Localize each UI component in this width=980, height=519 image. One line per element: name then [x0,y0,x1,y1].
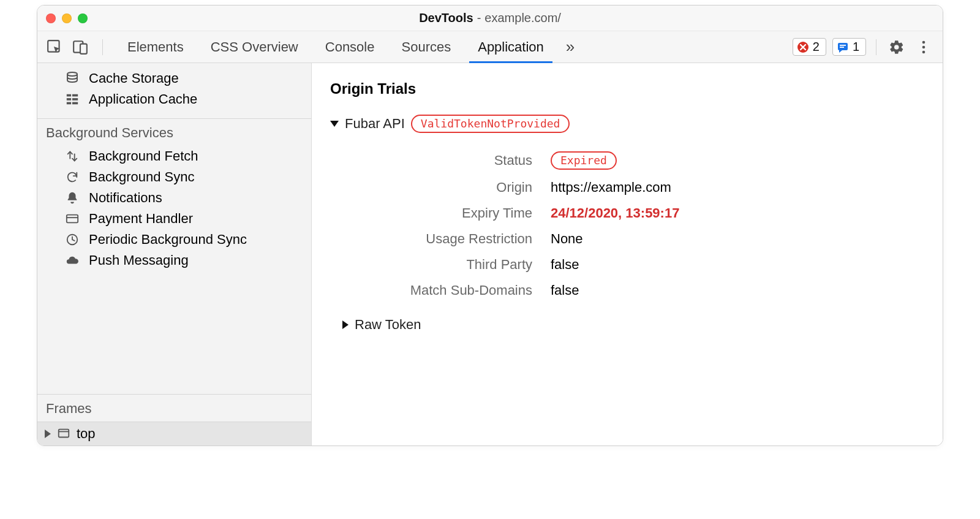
toolbar-separator [876,39,876,55]
sidebar-item-notifications[interactable]: Notifications [37,188,311,208]
third-party-label: Third Party [355,257,551,273]
sidebar-item-push-messaging[interactable]: Push Messaging [37,250,311,271]
window-close-button[interactable] [46,13,56,23]
toolbar-left [42,31,109,63]
chevron-double-right-icon: » [566,37,575,56]
inspect-element-button[interactable] [45,37,64,57]
sidebar-item-background-sync[interactable]: Background Sync [37,167,311,188]
tabs: Elements CSS Overview Console Sources Ap… [114,31,793,63]
window-maximize-button[interactable] [78,13,88,23]
traffic-lights [46,13,88,23]
window-title-url: example.com/ [484,11,561,25]
kebab-icon [921,40,926,55]
svg-rect-13 [67,98,71,100]
match-subdomains-value: false [551,282,579,298]
content-pane: Origin Trials Fubar API ValidTokenNotPro… [312,63,943,445]
row-expiry: Expiry Time 24/12/2020, 13:59:17 [355,200,924,226]
cloud-icon [64,252,80,268]
tab-css-overview[interactable]: CSS Overview [197,31,312,63]
tab-label: CSS Overview [211,39,298,55]
errors-badge[interactable]: 2 [793,38,826,56]
sidebar-item-background-fetch[interactable]: Background Fetch [37,146,311,167]
disclosure-right-icon [342,320,349,329]
toolbar: Elements CSS Overview Console Sources Ap… [37,31,943,63]
window-minimize-button[interactable] [62,13,72,23]
frame-icon [57,427,70,441]
issues-count: 1 [853,40,859,54]
svg-point-7 [922,40,925,44]
svg-rect-4 [838,43,848,50]
window-title: DevTools - example.com/ [37,11,943,25]
svg-rect-15 [67,102,71,105]
svg-point-8 [922,45,925,48]
svg-rect-2 [80,44,87,53]
sidebar-item-label: Push Messaging [89,252,189,268]
sidebar-item-label: Application Cache [89,91,197,107]
more-tabs-button[interactable]: » [557,31,583,63]
svg-rect-11 [67,94,71,97]
transfer-icon [64,148,80,164]
tab-label: Application [478,39,544,55]
tab-application[interactable]: Application [464,31,557,63]
origin-value: https://example.com [551,180,671,195]
settings-button[interactable] [886,37,907,58]
sidebar-item-label: Background Sync [89,169,194,185]
raw-token-label: Raw Token [355,317,421,333]
sidebar-item-cache-storage[interactable]: Cache Storage [37,68,311,89]
row-third-party: Third Party false [355,252,924,278]
expiry-label: Expiry Time [355,205,551,221]
row-usage: Usage Restriction None [355,226,924,252]
svg-rect-20 [59,430,69,438]
svg-rect-12 [72,94,78,97]
origin-label: Origin [355,180,551,195]
trial-name: Fubar API [345,116,405,132]
grid-icon [64,91,80,107]
status-value: Expired [551,151,617,170]
sidebar-item-label: Cache Storage [89,70,179,86]
svg-rect-14 [72,98,78,100]
row-match-subdomains: Match Sub-Domains false [355,278,924,303]
trial-header[interactable]: Fubar API ValidTokenNotProvided [330,115,924,133]
tab-console[interactable]: Console [312,31,388,63]
trial-status-badge: ValidTokenNotProvided [411,115,570,133]
frame-label: top [77,426,96,442]
tab-sources[interactable]: Sources [388,31,464,63]
sidebar-item-periodic-bg-sync[interactable]: Periodic Background Sync [37,229,311,250]
svg-point-10 [67,72,77,76]
trial-details: Status Expired Origin https://example.co… [355,146,924,303]
sidebar-item-application-cache[interactable]: Application Cache [37,89,311,110]
devtools-window: DevTools - example.com/ [37,5,943,446]
card-icon [64,211,80,227]
tab-label: Sources [401,39,451,55]
svg-rect-16 [72,102,78,105]
pointer-select-icon [47,39,62,55]
bell-icon [64,190,80,206]
toolbar-right: 2 1 [793,31,938,63]
sidebar-item-label: Payment Handler [89,211,193,227]
gear-icon [889,39,905,55]
sidebar-item-label: Periodic Background Sync [89,232,247,248]
match-subdomains-label: Match Sub-Domains [355,282,551,298]
row-origin: Origin https://example.com [355,175,924,200]
tab-label: Elements [127,39,184,55]
issues-badge[interactable]: 1 [832,38,866,56]
clock-icon [64,232,80,248]
window-title-dash: - [477,11,481,25]
sidebar: Cache Storage Application Cache Backgrou… [37,63,312,445]
disclosure-right-icon [45,430,51,438]
titlebar: DevTools - example.com/ [37,6,943,31]
frame-row-top[interactable]: top [37,422,311,445]
svg-rect-6 [840,47,844,48]
svg-rect-17 [67,215,78,223]
usage-value: None [551,231,583,247]
raw-token-toggle[interactable]: Raw Token [342,317,924,333]
toggle-device-button[interactable] [70,37,90,57]
third-party-value: false [551,257,579,273]
sidebar-item-label: Notifications [89,190,162,206]
kebab-menu-button[interactable] [913,37,934,58]
usage-label: Usage Restriction [355,231,551,247]
sidebar-item-payment-handler[interactable]: Payment Handler [37,208,311,229]
sidebar-divider [37,118,311,119]
tab-elements[interactable]: Elements [114,31,197,63]
svg-rect-5 [840,45,846,46]
